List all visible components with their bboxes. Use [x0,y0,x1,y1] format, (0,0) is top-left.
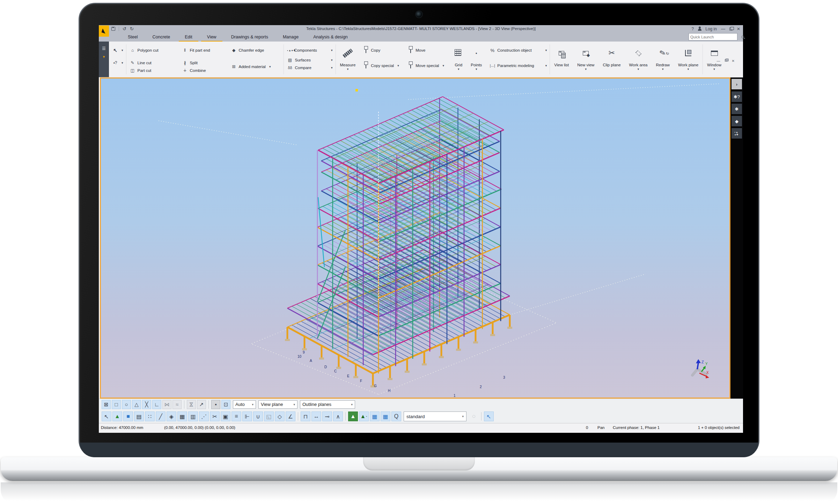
render-points-icon[interactable]: ▲· [359,412,369,421]
structural-model[interactable]: 109ADCEFGH123 [101,79,729,398]
layers-icon[interactable]: ◇ [275,412,285,421]
surfaces-button[interactable]: ▤Surfaces▾ [287,56,333,64]
inquire-tool[interactable]: ▪?▾ [112,59,123,67]
redraw-button[interactable]: ✎↻ Redraw▾ [652,42,674,77]
line-cut-button[interactable]: ✎Line cut [130,59,176,67]
parametric-modeling-button[interactable]: |↔|Parametric modeling▾ [490,62,547,69]
select-tool[interactable]: ↖▾ [112,46,123,54]
select-circle-icon[interactable]: ○ [122,400,131,409]
expand-ribbon-icon[interactable]: ▼ [102,55,105,59]
work-plane-button[interactable]: Work plane▾ [674,42,703,77]
snap-grid-line-icon[interactable]: ▥ [188,412,198,421]
snap-bowtie-dotted-icon[interactable]: ⋈ [162,400,171,409]
tab-steel[interactable]: Steel [120,33,145,42]
split-button[interactable]: ∦Split [182,59,225,67]
snap-line-icon[interactable]: ╱ [156,412,166,421]
restore-button[interactable] [729,28,733,30]
select-square-icon[interactable]: □ [112,400,121,409]
new-view-button[interactable]: New view▾ [573,42,598,77]
tab-manage[interactable]: Manage [275,33,306,42]
snap-settings-combo[interactable]: standard▾ [404,412,466,421]
angle-snap-icon[interactable]: ∠ [286,412,295,421]
extend-line-icon[interactable]: ↔ [311,412,321,421]
close-button[interactable]: ✕ [737,27,740,31]
zoom-select-icon[interactable]: Q [391,412,401,421]
tab-analysis-design[interactable]: Analysis & design [306,33,355,42]
snap-window-icon[interactable]: ▣ [221,412,230,421]
snap-points-icon[interactable]: ▲ [112,412,122,421]
components-button[interactable]: ▪▲●✚Components▾ [287,46,333,54]
snap-mode-select[interactable]: Auto▾ [233,400,256,409]
plane-select[interactable]: View plane▾ [258,400,297,409]
u-fold-icon[interactable]: ∪ [253,412,263,421]
cut-scissors-icon[interactable]: ✂ [210,412,220,421]
tab-edit[interactable]: Edit [177,33,200,42]
ribbon-menu-column[interactable]: ☰ ▼ [99,42,109,77]
components-on-icon[interactable]: ▦ [370,412,380,421]
construction-object-button[interactable]: %Construction object▾ [490,46,547,54]
view-list-button[interactable]: View list [550,42,573,77]
snap-grid-dense-icon[interactable]: ▦ [177,412,187,421]
snap-dots-icon[interactable]: ∷ [145,412,155,421]
hamburger-menu-icon[interactable]: ☰ [102,46,106,51]
help-settings-icon[interactable]: ✱? [732,91,742,102]
ortho-corner-icon[interactable]: ⊓ [301,412,310,421]
copy-button[interactable]: Copy [363,46,402,54]
user-icon[interactable] [698,27,701,30]
polygon-cut-button[interactable]: ⌂Polygon cut [130,46,176,54]
perpendicular-arrows-icon[interactable]: ∧ [333,412,343,421]
fit-part-end-button[interactable]: ‖Fit part end [182,46,225,54]
tab-concrete[interactable]: Concrete [145,33,178,42]
settings-gear-icon[interactable]: ✱ [732,104,742,114]
point-on-line-icon[interactable]: ⊸ [322,412,332,421]
snap-lattice-icon[interactable]: ▤ [134,412,144,421]
combine-button[interactable]: ∔Combine [182,67,225,74]
components-off-icon[interactable]: ▦ [381,412,390,421]
move-special-button[interactable]: Move special▾ [408,62,448,69]
help-icon[interactable]: ? [692,27,694,31]
chamfer-edge-button[interactable]: ◆Chamfer edge [231,46,281,54]
grid-button[interactable]: Grid▾ [450,42,466,77]
model-viewport[interactable]: 109ADCEFGH123 Z Y X [100,77,730,399]
tab-view[interactable]: View [200,33,224,42]
select-cursor-icon[interactable]: ↖ [102,412,111,421]
tab-drawings-reports[interactable]: Drawings & reports [224,33,275,42]
drag-and-drop-icon[interactable]: ▪ [211,400,220,409]
select-triangle-icon[interactable]: △ [132,400,141,409]
snap-zigzag-icon[interactable]: ≈ [172,400,182,409]
snap-solid-icon[interactable]: ◈ [167,412,176,421]
part-cut-button[interactable]: ◫Part cut [130,67,176,74]
added-material-button[interactable]: ⊞Added material▾ [231,63,281,71]
beam-profile-icon[interactable]: ≡ [231,412,241,421]
select-cross-icon[interactable]: ╳ [142,400,151,409]
ribbon-restore-icon[interactable] [725,59,727,61]
snap-bowtie-vertical-icon[interactable]: ⋈ [187,400,196,409]
move-button[interactable]: Move [408,46,448,54]
snap-any-icon[interactable]: ■ [123,412,133,421]
components-catalog-icon[interactable]: ▪▲●✚ [732,128,742,139]
copy-special-button[interactable]: Copy special▾ [363,62,402,69]
work-area-button[interactable]: Work area▾ [625,42,652,77]
expand-panel-icon[interactable]: › [732,79,742,89]
measure-button[interactable]: Measure▾ [336,42,360,77]
compare-button[interactable]: δδCompare▾ [287,64,333,72]
snap-spray-icon[interactable]: ⋰ [199,412,209,421]
ribbon-minimize-icon[interactable]: — [717,59,720,63]
clip-plane-button[interactable]: ✂ Clip plane [598,42,625,77]
quick-launch-input[interactable] [689,35,741,39]
render-parts-icon[interactable]: ▲ [348,412,358,421]
dotted-circle-icon[interactable]: ◌ [469,412,479,421]
minimize-button[interactable]: — [721,27,725,31]
select-perpendicular-icon[interactable]: ∟ [152,400,161,409]
select-area-icon[interactable]: ⊡ [221,400,230,409]
quick-launch-box[interactable] [689,33,737,40]
selection-filter-icon[interactable]: ⊠ [102,400,111,409]
model-cube-icon[interactable]: ◆ [732,116,742,126]
tekla-logo[interactable]: ◣ [99,25,109,37]
ribbon-close-icon[interactable]: ✕ [732,59,735,63]
depth-select[interactable]: Outline planes▾ [300,400,355,409]
flag-pin-icon[interactable]: ⊩ [242,412,252,421]
snap-arrow-icon[interactable]: ↗ [197,400,206,409]
corner-shape-icon[interactable]: ◱ [264,412,274,421]
points-button[interactable]: ● Points▾ [466,42,486,77]
